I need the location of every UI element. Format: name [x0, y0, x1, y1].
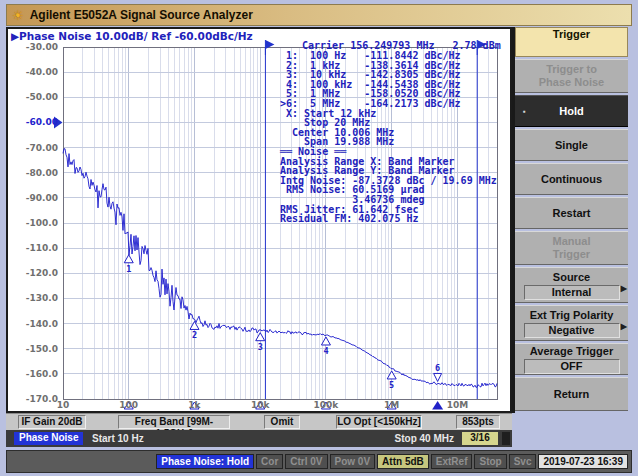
sweep-start-label: Start 10 Hz [92, 433, 144, 444]
marker-6-icon [434, 373, 442, 381]
softkey-value[interactable]: Internal [524, 285, 620, 300]
y-axis-label: -150.0 [10, 344, 58, 354]
softkey-menu: Trigger Trigger toPhase Noise▪HoldSingle… [512, 27, 628, 413]
x-axis-label: 1M [372, 400, 412, 410]
marker-5-label: 5 [389, 380, 394, 390]
marker-6-label: 6 [435, 363, 440, 373]
window-titlebar: ☀ Agilent E5052A Signal Source Analyzer [6, 4, 632, 26]
y-axis-label: -60.00 [10, 117, 58, 127]
softkey-hold[interactable]: ▪Hold [515, 95, 628, 127]
status-box-3[interactable]: LO Opt [<150kHz] [336, 415, 422, 429]
softkey-single[interactable]: Single [515, 129, 628, 161]
softkey-label: Ext Trig Polarity [530, 309, 614, 322]
softkey-label: Return [554, 388, 589, 401]
system-indicator-stop: Stop [474, 454, 506, 469]
system-indicator-2019-07-23-16-39: 2019-07-23 16:39 [538, 454, 628, 469]
marker-1-label: 1 [126, 264, 131, 274]
marker-4-label: 4 [323, 346, 328, 356]
marker-3-label: 3 [258, 342, 263, 352]
softkey-label: Manual [553, 235, 591, 248]
system-indicator-phase-noise-hold: Phase Noise: Hold [156, 454, 254, 469]
y-axis-label: -120.0 [10, 268, 58, 278]
y-axis-label: -90.00 [10, 193, 58, 203]
page-indicator[interactable]: 3/16 [462, 432, 498, 445]
e5052a-screen: ☀ Agilent E5052A Signal Source Analyzer … [0, 0, 638, 476]
softkey-continuous[interactable]: Continuous [515, 163, 628, 195]
softkey-label: Trigger [553, 248, 590, 261]
system-indicator-svc: Svc [509, 454, 537, 469]
softkey-ext-trig-polarity[interactable]: Ext Trig PolarityNegative▶ [515, 305, 628, 341]
x-axis-label: 100 [109, 400, 149, 410]
x-axis-label: 1k [174, 400, 214, 410]
system-status-bar: Phase Noise: HoldCorCtrl 0VPow 0VAttn 5d… [6, 450, 632, 473]
y-axis-label: -160.0 [10, 369, 58, 379]
sweep-stop-label: Stop 40 MHz [374, 433, 454, 444]
y-axis-label: -130.0 [10, 293, 58, 303]
y-axis-label: -70.00 [10, 143, 58, 153]
window-title: Agilent E5052A Signal Source Analyzer [30, 8, 253, 22]
measurement-mode-badge[interactable]: Phase Noise [14, 432, 83, 445]
softkey-return[interactable]: Return [515, 377, 628, 411]
x-axis-label: 10k [240, 400, 280, 410]
status-box-4[interactable]: 853pts [456, 415, 500, 429]
band-marker-flag-icon-1 [265, 40, 274, 49]
softkey-label: Average Trigger [530, 345, 613, 358]
y-axis-label: -80.00 [10, 168, 58, 178]
sweep-status-bar: Phase Noise Start 10 Hz Stop 40 MHz 3/16 [6, 430, 512, 447]
trace-scale-header: ▶Phase Noise 10.00dB/ Ref -60.00dBc/Hz [11, 30, 253, 42]
submenu-arrow-icon: ▶ [621, 322, 627, 331]
softkey-label: Source [553, 271, 590, 284]
x-axis-label: 10 [43, 400, 83, 410]
y-axis-label: -100.0 [10, 218, 58, 228]
softkey-label: Trigger to [546, 63, 597, 76]
softkey-value[interactable]: OFF [524, 359, 620, 374]
softkey-label: Restart [553, 207, 591, 220]
softkey-source[interactable]: SourceInternal▶ [515, 267, 628, 303]
marker-2-label: 2 [192, 330, 197, 340]
softkey-trigger-to-phase-noise[interactable]: Trigger toPhase Noise [515, 59, 628, 93]
y-axis-label: -50.00 [10, 92, 58, 102]
softkey-value[interactable]: Negative [524, 323, 620, 338]
app-sun-icon: ☀ [12, 8, 24, 23]
status-box-2[interactable]: Omit [264, 415, 300, 429]
active-key-bullet-icon: ▪ [523, 107, 526, 116]
system-indicator-pow-0v: Pow 0V [330, 454, 376, 469]
x-axis-label: 100k [306, 400, 346, 410]
system-indicator-extref: ExtRef [431, 454, 473, 469]
measurement-status-bar: IF Gain 20dBFreq Band [99M-1.5GHz]OmitLO… [6, 413, 512, 430]
softkey-average-trigger[interactable]: Average TriggerOFF [515, 343, 628, 375]
softkey-label: Continuous [541, 173, 602, 186]
softkey-label: Phase Noise [539, 76, 604, 89]
y-axis-label: -30.00 [10, 42, 58, 52]
status-box-0[interactable]: IF Gain 20dB [18, 415, 86, 429]
statusbar-nub [502, 432, 510, 445]
y-axis-label: -140.0 [10, 319, 58, 329]
submenu-arrow-icon: ▶ [621, 284, 627, 293]
y-axis-label: -110.0 [10, 243, 58, 253]
softkey-label: Single [555, 139, 588, 152]
marker-readout-table: 1: 100 Hz -111.8442 dBc/Hz 2: 1 kHz -138… [280, 51, 497, 224]
softkey-menu-title: Trigger [515, 27, 628, 57]
softkey-restart[interactable]: Restart [515, 197, 628, 229]
system-indicator-ctrl-0v: Ctrl 0V [285, 454, 327, 469]
system-indicator-cor: Cor [256, 454, 283, 469]
phase-noise-graph-panel: 123456 ▶Phase Noise 10.00dB/ Ref -60.00d… [6, 27, 512, 413]
y-axis-label: -40.00 [10, 67, 58, 77]
softkey-manual-trigger[interactable]: ManualTrigger [515, 231, 628, 265]
softkey-label: Hold [559, 105, 583, 118]
x-axis-label: 10M [437, 400, 477, 410]
system-indicator-attn-5db: Attn 5dB [377, 454, 429, 469]
readout-line: Residual FM: 402.075 Hz [280, 214, 497, 224]
status-box-1[interactable]: Freq Band [99M-1.5GHz] [118, 415, 230, 429]
